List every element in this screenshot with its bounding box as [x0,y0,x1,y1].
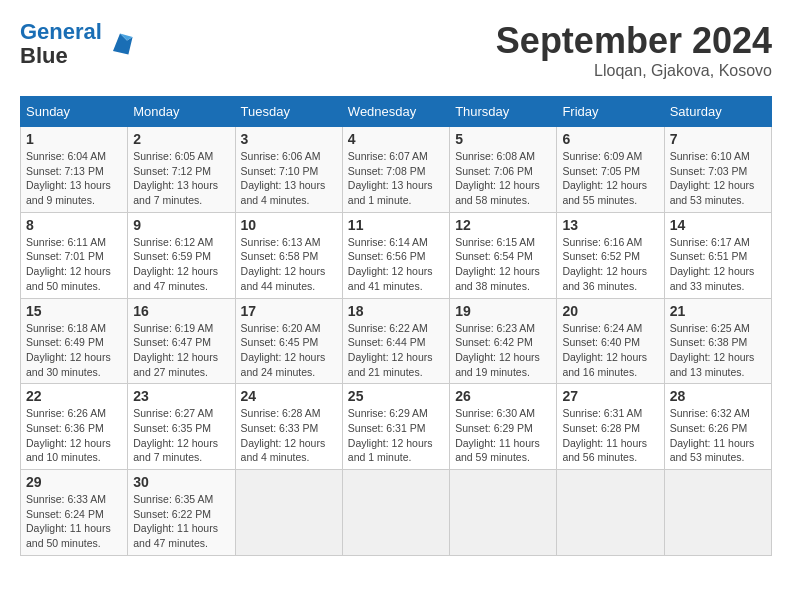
calendar-cell: 19Sunrise: 6:23 AM Sunset: 6:42 PM Dayli… [450,298,557,384]
day-number: 24 [241,388,337,404]
calendar-cell: 9Sunrise: 6:12 AM Sunset: 6:59 PM Daylig… [128,212,235,298]
calendar-cell: 7Sunrise: 6:10 AM Sunset: 7:03 PM Daylig… [664,127,771,213]
day-number: 5 [455,131,551,147]
day-detail: Sunrise: 6:28 AM Sunset: 6:33 PM Dayligh… [241,406,337,465]
day-number: 9 [133,217,229,233]
day-number: 7 [670,131,766,147]
day-number: 12 [455,217,551,233]
day-number: 28 [670,388,766,404]
calendar-cell: 10Sunrise: 6:13 AM Sunset: 6:58 PM Dayli… [235,212,342,298]
day-number: 27 [562,388,658,404]
day-number: 23 [133,388,229,404]
col-header-wednesday: Wednesday [342,97,449,127]
day-number: 25 [348,388,444,404]
calendar-cell: 27Sunrise: 6:31 AM Sunset: 6:28 PM Dayli… [557,384,664,470]
day-detail: Sunrise: 6:14 AM Sunset: 6:56 PM Dayligh… [348,235,444,294]
day-number: 2 [133,131,229,147]
calendar-cell: 5Sunrise: 6:08 AM Sunset: 7:06 PM Daylig… [450,127,557,213]
day-detail: Sunrise: 6:29 AM Sunset: 6:31 PM Dayligh… [348,406,444,465]
day-detail: Sunrise: 6:27 AM Sunset: 6:35 PM Dayligh… [133,406,229,465]
calendar-cell: 20Sunrise: 6:24 AM Sunset: 6:40 PM Dayli… [557,298,664,384]
day-number: 15 [26,303,122,319]
calendar-cell: 21Sunrise: 6:25 AM Sunset: 6:38 PM Dayli… [664,298,771,384]
day-number: 19 [455,303,551,319]
day-detail: Sunrise: 6:19 AM Sunset: 6:47 PM Dayligh… [133,321,229,380]
calendar-cell: 17Sunrise: 6:20 AM Sunset: 6:45 PM Dayli… [235,298,342,384]
calendar-cell: 3Sunrise: 6:06 AM Sunset: 7:10 PM Daylig… [235,127,342,213]
calendar-cell: 4Sunrise: 6:07 AM Sunset: 7:08 PM Daylig… [342,127,449,213]
calendar-cell: 8Sunrise: 6:11 AM Sunset: 7:01 PM Daylig… [21,212,128,298]
logo-icon [106,30,134,58]
day-detail: Sunrise: 6:30 AM Sunset: 6:29 PM Dayligh… [455,406,551,465]
day-detail: Sunrise: 6:15 AM Sunset: 6:54 PM Dayligh… [455,235,551,294]
calendar-cell: 30Sunrise: 6:35 AM Sunset: 6:22 PM Dayli… [128,470,235,556]
calendar-cell: 1Sunrise: 6:04 AM Sunset: 7:13 PM Daylig… [21,127,128,213]
calendar-cell [342,470,449,556]
calendar-cell [450,470,557,556]
day-detail: Sunrise: 6:05 AM Sunset: 7:12 PM Dayligh… [133,149,229,208]
day-number: 21 [670,303,766,319]
calendar-cell: 16Sunrise: 6:19 AM Sunset: 6:47 PM Dayli… [128,298,235,384]
day-detail: Sunrise: 6:13 AM Sunset: 6:58 PM Dayligh… [241,235,337,294]
calendar-cell: 23Sunrise: 6:27 AM Sunset: 6:35 PM Dayli… [128,384,235,470]
day-detail: Sunrise: 6:32 AM Sunset: 6:26 PM Dayligh… [670,406,766,465]
logo-text: General Blue [20,20,102,68]
day-detail: Sunrise: 6:20 AM Sunset: 6:45 PM Dayligh… [241,321,337,380]
location-subtitle: Lloqan, Gjakova, Kosovo [496,62,772,80]
calendar-cell: 18Sunrise: 6:22 AM Sunset: 6:44 PM Dayli… [342,298,449,384]
day-detail: Sunrise: 6:07 AM Sunset: 7:08 PM Dayligh… [348,149,444,208]
day-detail: Sunrise: 6:09 AM Sunset: 7:05 PM Dayligh… [562,149,658,208]
day-detail: Sunrise: 6:35 AM Sunset: 6:22 PM Dayligh… [133,492,229,551]
day-number: 20 [562,303,658,319]
calendar-week-row: 29Sunrise: 6:33 AM Sunset: 6:24 PM Dayli… [21,470,772,556]
calendar-cell: 12Sunrise: 6:15 AM Sunset: 6:54 PM Dayli… [450,212,557,298]
day-number: 3 [241,131,337,147]
calendar-cell: 11Sunrise: 6:14 AM Sunset: 6:56 PM Dayli… [342,212,449,298]
logo: General Blue [20,20,134,68]
day-detail: Sunrise: 6:12 AM Sunset: 6:59 PM Dayligh… [133,235,229,294]
calendar-cell: 14Sunrise: 6:17 AM Sunset: 6:51 PM Dayli… [664,212,771,298]
day-detail: Sunrise: 6:11 AM Sunset: 7:01 PM Dayligh… [26,235,122,294]
calendar-cell: 29Sunrise: 6:33 AM Sunset: 6:24 PM Dayli… [21,470,128,556]
page-header: General Blue September 2024 Lloqan, Gjak… [20,20,772,80]
day-number: 18 [348,303,444,319]
calendar-cell: 24Sunrise: 6:28 AM Sunset: 6:33 PM Dayli… [235,384,342,470]
calendar-week-row: 22Sunrise: 6:26 AM Sunset: 6:36 PM Dayli… [21,384,772,470]
day-detail: Sunrise: 6:06 AM Sunset: 7:10 PM Dayligh… [241,149,337,208]
day-number: 11 [348,217,444,233]
day-detail: Sunrise: 6:22 AM Sunset: 6:44 PM Dayligh… [348,321,444,380]
day-number: 26 [455,388,551,404]
col-header-tuesday: Tuesday [235,97,342,127]
calendar-cell: 26Sunrise: 6:30 AM Sunset: 6:29 PM Dayli… [450,384,557,470]
day-detail: Sunrise: 6:23 AM Sunset: 6:42 PM Dayligh… [455,321,551,380]
title-block: September 2024 Lloqan, Gjakova, Kosovo [496,20,772,80]
day-number: 4 [348,131,444,147]
col-header-thursday: Thursday [450,97,557,127]
day-number: 14 [670,217,766,233]
col-header-sunday: Sunday [21,97,128,127]
col-header-monday: Monday [128,97,235,127]
day-number: 1 [26,131,122,147]
calendar-cell: 25Sunrise: 6:29 AM Sunset: 6:31 PM Dayli… [342,384,449,470]
month-title: September 2024 [496,20,772,62]
day-detail: Sunrise: 6:26 AM Sunset: 6:36 PM Dayligh… [26,406,122,465]
day-detail: Sunrise: 6:04 AM Sunset: 7:13 PM Dayligh… [26,149,122,208]
day-detail: Sunrise: 6:31 AM Sunset: 6:28 PM Dayligh… [562,406,658,465]
calendar-cell: 22Sunrise: 6:26 AM Sunset: 6:36 PM Dayli… [21,384,128,470]
calendar-table: SundayMondayTuesdayWednesdayThursdayFrid… [20,96,772,556]
day-number: 30 [133,474,229,490]
day-number: 10 [241,217,337,233]
day-number: 6 [562,131,658,147]
calendar-cell [557,470,664,556]
day-detail: Sunrise: 6:16 AM Sunset: 6:52 PM Dayligh… [562,235,658,294]
calendar-cell [664,470,771,556]
col-header-friday: Friday [557,97,664,127]
day-detail: Sunrise: 6:24 AM Sunset: 6:40 PM Dayligh… [562,321,658,380]
calendar-week-row: 1Sunrise: 6:04 AM Sunset: 7:13 PM Daylig… [21,127,772,213]
calendar-cell: 13Sunrise: 6:16 AM Sunset: 6:52 PM Dayli… [557,212,664,298]
calendar-cell: 2Sunrise: 6:05 AM Sunset: 7:12 PM Daylig… [128,127,235,213]
day-detail: Sunrise: 6:10 AM Sunset: 7:03 PM Dayligh… [670,149,766,208]
day-detail: Sunrise: 6:08 AM Sunset: 7:06 PM Dayligh… [455,149,551,208]
day-detail: Sunrise: 6:17 AM Sunset: 6:51 PM Dayligh… [670,235,766,294]
day-number: 17 [241,303,337,319]
